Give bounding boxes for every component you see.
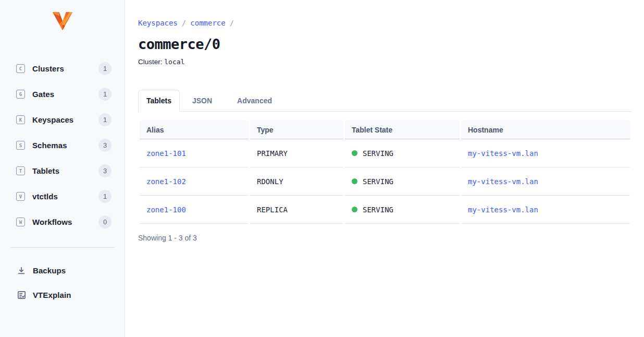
sidebar-item-label: VTExplain (33, 291, 112, 299)
sidebar-item-tablets[interactable]: T Tablets 3 (0, 158, 125, 184)
sidebar-item-label: Clusters (32, 64, 98, 73)
serving-status-dot (352, 207, 357, 212)
column-header-alias: Alias (140, 121, 249, 139)
checklist-icon (16, 290, 27, 300)
tab-tablets[interactable]: Tablets (138, 90, 180, 112)
download-icon (16, 266, 27, 276)
cluster-label: Cluster: (138, 58, 163, 66)
table-row: zone1-101 PRIMARY SERVING my-vitess-vm.l… (140, 139, 630, 167)
hostname-link[interactable]: my-vitess-vm.lan (468, 177, 538, 186)
sidebar: C Clusters 1 G Gates 1 K Keyspaces 1 S S… (0, 0, 125, 337)
table-header-row: Alias Type Tablet State Hostname (140, 121, 630, 139)
table-row: zone1-100 REPLICA SERVING my-vitess-vm.l… (140, 196, 630, 224)
sidebar-item-gates[interactable]: G Gates 1 (0, 81, 125, 107)
breadcrumb-separator: / (182, 19, 186, 27)
count-badge: 1 (98, 190, 112, 203)
sidebar-item-label: Schemas (32, 141, 98, 150)
breadcrumb-separator: / (230, 19, 234, 27)
sidebar-item-label: Workflows (32, 218, 98, 226)
count-badge: 1 (98, 62, 112, 75)
secondary-nav: Backups VTExplain (0, 258, 125, 307)
tablet-alias-link[interactable]: zone1-100 (146, 206, 186, 214)
tablet-alias-link[interactable]: zone1-101 (146, 149, 186, 158)
count-badge: 0 (98, 215, 112, 228)
sidebar-item-schemas[interactable]: S Schemas 3 (0, 133, 125, 158)
tab-advanced[interactable]: Advanced (225, 90, 284, 111)
column-header-hostname: Hostname (461, 121, 630, 139)
clusters-icon: C (16, 64, 25, 73)
tablet-state: SERVING (363, 149, 393, 158)
tablets-icon: T (16, 166, 25, 175)
gates-icon: G (16, 90, 25, 99)
sidebar-item-label: Tablets (32, 166, 98, 175)
tab-json[interactable]: JSON (180, 90, 225, 111)
tablet-alias-link[interactable]: zone1-102 (146, 177, 186, 186)
sidebar-item-label: Keyspaces (32, 115, 98, 124)
count-badge: 3 (98, 139, 112, 152)
count-badge: 1 (98, 113, 112, 126)
cluster-value: local (164, 58, 184, 66)
tab-bar: Tablets JSON Advanced (138, 90, 631, 112)
tablet-state: SERVING (363, 206, 393, 214)
vitess-logo[interactable] (0, 0, 125, 32)
vitess-logo-icon (51, 10, 75, 32)
tablet-type: RDONLY (250, 167, 343, 196)
table-row: zone1-102 RDONLY SERVING my-vitess-vm.la… (140, 167, 630, 196)
sidebar-item-clusters[interactable]: C Clusters 1 (0, 56, 125, 81)
schemas-icon: S (16, 141, 25, 150)
tablet-state: SERVING (363, 177, 393, 186)
tablet-type: PRIMARY (250, 139, 343, 167)
breadcrumb: Keyspaces/commerce/ (138, 19, 631, 27)
tablets-table: Alias Type Tablet State Hostname zone1-1… (138, 121, 631, 224)
sidebar-divider (10, 247, 114, 248)
workflows-icon: W (16, 218, 25, 226)
serving-status-dot (352, 178, 357, 184)
count-badge: 1 (98, 88, 112, 101)
tablet-type: REPLICA (250, 196, 343, 224)
sidebar-item-vtexplain[interactable]: VTExplain (0, 283, 125, 307)
vtctlds-icon: V (16, 192, 25, 201)
sidebar-item-keyspaces[interactable]: K Keyspaces 1 (0, 107, 125, 133)
column-header-tablet-state: Tablet State (345, 121, 460, 139)
hostname-link[interactable]: my-vitess-vm.lan (468, 149, 538, 158)
sidebar-item-label: Gates (32, 90, 98, 99)
breadcrumb-link-commerce[interactable]: commerce (190, 19, 225, 27)
main-content: Keyspaces/commerce/ commerce/0 Cluster: … (125, 0, 644, 337)
primary-nav: C Clusters 1 G Gates 1 K Keyspaces 1 S S… (0, 56, 125, 235)
hostname-link[interactable]: my-vitess-vm.lan (468, 206, 538, 214)
breadcrumb-link-keyspaces[interactable]: Keyspaces (138, 19, 178, 27)
table-pagination-summary: Showing 1 - 3 of 3 (138, 234, 631, 242)
page-title: commerce/0 (138, 36, 631, 52)
count-badge: 3 (98, 164, 112, 177)
keyspaces-icon: K (16, 115, 25, 124)
sidebar-item-label: Backups (33, 266, 112, 275)
serving-status-dot (352, 150, 357, 156)
sidebar-item-workflows[interactable]: W Workflows 0 (0, 209, 125, 235)
sidebar-item-backups[interactable]: Backups (0, 258, 125, 283)
sidebar-item-vtctlds[interactable]: V vtctlds 1 (0, 184, 125, 209)
cluster-line: Cluster: local (138, 58, 631, 66)
sidebar-item-label: vtctlds (32, 192, 98, 201)
column-header-type: Type (250, 121, 343, 139)
